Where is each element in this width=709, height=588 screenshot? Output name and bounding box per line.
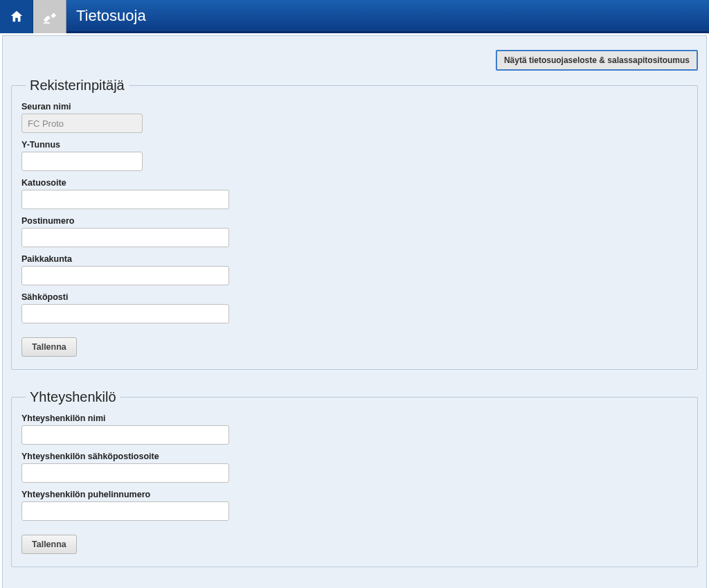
- y-tunnus-row: Y-Tunnus: [21, 140, 688, 171]
- club-name-row: Seuran nimi: [21, 102, 688, 133]
- city-row: Paikkakunta: [21, 254, 688, 285]
- contact-phone-label: Yhteyshenkilön puhelinnumero: [21, 490, 688, 499]
- club-name-input: [21, 114, 143, 133]
- registrar-save-button[interactable]: Tallenna: [21, 337, 77, 357]
- postal-input[interactable]: [21, 228, 229, 247]
- postal-row: Postinumero: [21, 216, 688, 247]
- app-header: Tietosuoja: [0, 0, 709, 33]
- home-button[interactable]: [0, 0, 33, 33]
- email-input[interactable]: [21, 304, 229, 323]
- club-name-label: Seuran nimi: [21, 102, 688, 112]
- gavel-icon: [42, 9, 57, 24]
- city-label: Paikkakunta: [21, 254, 688, 264]
- contact-email-input[interactable]: [21, 463, 229, 483]
- show-privacy-button[interactable]: Näytä tietosuojaseloste & salassapitosit…: [496, 50, 698, 71]
- y-tunnus-input[interactable]: [21, 152, 143, 171]
- gavel-button[interactable]: [33, 0, 66, 33]
- contact-name-row: Yhteyshenkilön nimi: [21, 413, 688, 445]
- contact-save-button[interactable]: Tallenna: [21, 535, 77, 554]
- street-row: Katuosoite: [21, 178, 688, 209]
- contact-name-input[interactable]: [21, 425, 229, 445]
- street-input[interactable]: [21, 190, 229, 209]
- home-icon: [9, 9, 24, 24]
- contact-email-label: Yhteyshenkilön sähköpostiosoite: [21, 452, 688, 461]
- registrar-legend: Rekisterinpitäjä: [26, 78, 129, 93]
- page-title: Tietosuoja: [66, 0, 146, 31]
- content-area: Näytä tietosuojaseloste & salassapitosit…: [2, 35, 707, 588]
- contact-email-row: Yhteyshenkilön sähköpostiosoite: [21, 452, 688, 483]
- contact-panel: Yhteyshenkilö Yhteyshenkilön nimi Yhteys…: [11, 389, 698, 567]
- top-action-row: Näytä tietosuojaseloste & salassapitosit…: [11, 50, 698, 71]
- street-label: Katuosoite: [21, 178, 688, 188]
- contact-legend: Yhteyshenkilö: [26, 389, 120, 405]
- contact-phone-input[interactable]: [21, 501, 229, 521]
- email-row: Sähköposti: [21, 292, 688, 323]
- registrar-panel: Rekisterinpitäjä Seuran nimi Y-Tunnus Ka…: [11, 78, 698, 370]
- postal-label: Postinumero: [21, 216, 688, 226]
- y-tunnus-label: Y-Tunnus: [21, 140, 688, 150]
- contact-phone-row: Yhteyshenkilön puhelinnumero: [21, 490, 688, 521]
- email-label: Sähköposti: [21, 292, 688, 302]
- contact-name-label: Yhteyshenkilön nimi: [21, 413, 688, 423]
- city-input[interactable]: [21, 266, 229, 285]
